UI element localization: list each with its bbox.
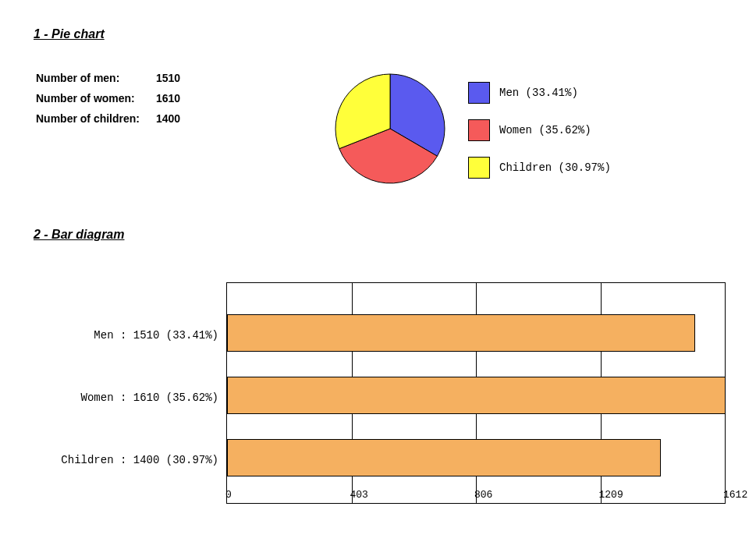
x-tick-label: 806: [474, 489, 492, 501]
section-title-bar: 2 - Bar diagram: [34, 228, 124, 242]
summary-value: 1610: [155, 89, 181, 108]
summary-value: 1400: [155, 109, 181, 128]
table-row: Number of women: 1610: [35, 89, 181, 108]
summary-label: Number of men:: [35, 69, 154, 87]
legend-swatch-women: [468, 119, 490, 141]
pie-chart: [332, 70, 449, 189]
bar-chart: 040380612091612: [226, 282, 726, 504]
bar: [227, 377, 726, 414]
bar: [227, 314, 695, 352]
summary-table: Number of men: 1510 Number of women: 161…: [34, 67, 183, 129]
bar-row-label: Women : 1610 (35.62%): [23, 391, 218, 404]
section-title-pie: 1 - Pie chart: [34, 27, 105, 41]
summary-value: 1510: [155, 69, 181, 87]
legend-swatch-men: [468, 82, 490, 104]
bar-row-label: Men : 1510 (33.41%): [23, 329, 218, 342]
legend-label: Men (33.41%): [499, 87, 578, 99]
summary-label: Number of children:: [35, 109, 154, 128]
legend-label: Women (35.62%): [499, 124, 591, 136]
bar-row-label: Children : 1400 (30.97%): [23, 454, 218, 466]
legend-item: Men (33.41%): [468, 82, 611, 104]
x-tick-label: 1209: [599, 489, 623, 501]
pie-svg: [332, 70, 449, 187]
x-tick-label: 403: [350, 489, 368, 501]
legend-swatch-children: [468, 157, 490, 179]
table-row: Number of children: 1400: [35, 109, 181, 128]
legend-item: Children (30.97%): [468, 157, 611, 179]
pie-legend: Men (33.41%) Women (35.62%) Children (30…: [468, 82, 611, 194]
table-row: Number of men: 1510: [35, 69, 181, 87]
x-tick-label: 1612: [723, 489, 747, 501]
x-tick-label: 0: [225, 489, 232, 501]
summary-label: Number of women:: [35, 89, 154, 108]
bar: [227, 439, 661, 476]
legend-item: Women (35.62%): [468, 119, 611, 141]
legend-label: Children (30.97%): [499, 161, 611, 174]
